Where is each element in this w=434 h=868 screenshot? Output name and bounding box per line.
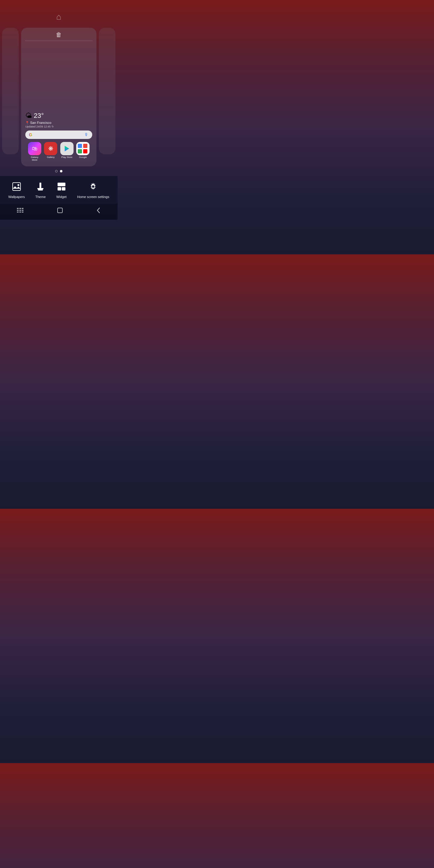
page-dot-2[interactable] xyxy=(60,170,62,173)
svg-rect-4 xyxy=(39,183,41,188)
app-play-store[interactable]: Play Store xyxy=(60,142,73,161)
galaxy-store-label: GalaxyStore xyxy=(31,156,38,161)
option-home-screen-settings[interactable]: Home screen settings xyxy=(77,182,109,199)
svg-point-10 xyxy=(92,185,94,188)
main-screen-preview[interactable]: 🗑 🌤 23° 📍 San Francisco Updated 24/09 12… xyxy=(21,28,96,166)
app-gallery[interactable]: ❋ Gallery xyxy=(44,142,57,161)
weather-temperature: 23° xyxy=(34,112,44,120)
home-screen-settings-label: Home screen settings xyxy=(77,195,109,199)
google-label: Google xyxy=(79,156,87,159)
svg-rect-14 xyxy=(17,210,19,211)
apps-row: 🛍 GalaxyStore ❋ Gallery xyxy=(25,142,92,164)
home-icon-top: ⌂ xyxy=(56,12,61,22)
galaxy-store-icon: 🛍 xyxy=(28,142,41,155)
svg-rect-7 xyxy=(58,183,65,186)
svg-point-3 xyxy=(18,184,19,186)
theme-icon xyxy=(36,182,45,193)
wallpapers-svg-icon xyxy=(12,182,21,191)
bottom-options: Wallpapers Theme Widget xyxy=(0,176,118,204)
widget-label: Widget xyxy=(56,195,67,199)
google-gmail-mini xyxy=(83,144,87,148)
google-icon xyxy=(76,142,90,155)
svg-rect-9 xyxy=(62,187,65,190)
screens-container: 🗑 🌤 23° 📍 San Francisco Updated 24/09 12… xyxy=(0,28,118,166)
svg-rect-19 xyxy=(22,212,24,213)
option-widget[interactable]: Widget xyxy=(56,182,67,199)
svg-marker-0 xyxy=(64,146,69,151)
svg-rect-13 xyxy=(22,208,24,209)
svg-rect-5 xyxy=(37,188,43,189)
gallery-label: Gallery xyxy=(47,156,55,159)
svg-marker-2 xyxy=(13,186,21,189)
svg-rect-20 xyxy=(58,208,62,213)
app-google[interactable]: Google xyxy=(76,142,90,161)
page-dot-1[interactable] xyxy=(55,170,58,173)
app-galaxy-store[interactable]: 🛍 GalaxyStore xyxy=(28,142,41,161)
google-yt-mini xyxy=(83,149,87,153)
play-store-label: Play Store xyxy=(61,156,72,159)
left-screen-preview xyxy=(2,28,19,154)
wallpapers-label: Wallpapers xyxy=(8,195,25,199)
right-screen-preview xyxy=(99,28,116,154)
theme-svg-icon xyxy=(36,182,45,191)
svg-rect-8 xyxy=(58,187,61,190)
google-maps-mini xyxy=(78,149,82,153)
menu-lines-icon xyxy=(17,208,24,213)
nav-home-button[interactable] xyxy=(57,207,63,215)
nav-back-button[interactable] xyxy=(96,207,101,215)
settings-svg-icon xyxy=(89,182,98,191)
widget-icon xyxy=(57,182,66,193)
home-screen-settings-icon xyxy=(89,182,98,193)
location-row: 📍 San Francisco xyxy=(25,121,92,124)
nav-menu-button[interactable] xyxy=(17,208,24,214)
weather-updated: Updated 24/09 12:45 ↻ xyxy=(25,125,92,128)
google-chrome-mini xyxy=(78,144,82,148)
svg-rect-6 xyxy=(38,189,43,190)
home-square-icon xyxy=(57,207,63,213)
weather-section: 🌤 23° 📍 San Francisco Updated 24/09 12:4… xyxy=(21,43,96,166)
trash-area: 🗑 xyxy=(21,28,96,43)
svg-rect-12 xyxy=(19,208,21,209)
google-search-bar[interactable]: G 🎙 xyxy=(25,130,92,139)
gallery-icon: ❋ xyxy=(44,142,57,155)
svg-rect-16 xyxy=(22,210,24,211)
bottom-nav xyxy=(0,204,118,220)
page-dots xyxy=(0,170,118,173)
top-bar: ⌂ xyxy=(0,0,118,28)
option-theme[interactable]: Theme xyxy=(35,182,45,199)
svg-rect-11 xyxy=(17,208,19,209)
mic-icon[interactable]: 🎙 xyxy=(84,132,89,137)
option-wallpapers[interactable]: Wallpapers xyxy=(8,182,25,199)
location-pin-icon: 📍 xyxy=(25,121,29,124)
back-chevron-icon xyxy=(96,207,101,213)
play-store-icon xyxy=(60,142,73,155)
theme-label: Theme xyxy=(35,195,45,199)
weather-icon: 🌤 xyxy=(25,112,32,120)
trash-icon[interactable]: 🗑 xyxy=(56,31,62,38)
svg-rect-17 xyxy=(17,212,19,213)
svg-rect-1 xyxy=(13,183,21,190)
play-triangle-svg xyxy=(64,145,70,152)
trash-divider xyxy=(25,41,93,41)
wallpapers-icon xyxy=(12,182,21,193)
location-name: San Francisco xyxy=(30,121,51,124)
google-g-icon: G xyxy=(29,132,32,137)
svg-rect-15 xyxy=(19,210,21,211)
svg-rect-18 xyxy=(19,212,21,213)
widget-svg-icon xyxy=(57,182,66,191)
weather-row: 🌤 23° xyxy=(25,112,92,120)
